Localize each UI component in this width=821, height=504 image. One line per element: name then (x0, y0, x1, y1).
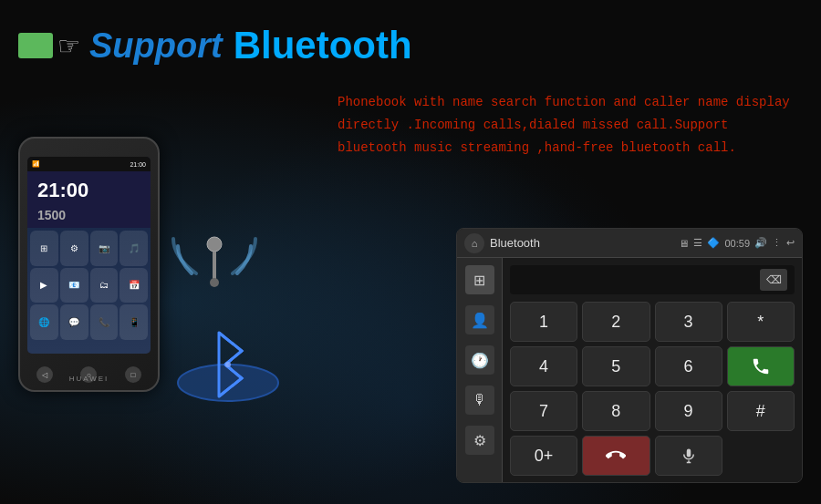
monitor-icon: 🖥 (679, 238, 689, 249)
bluetooth-signal-icon (169, 228, 260, 319)
sidebar-contacts-icon[interactable]: 👤 (465, 305, 494, 334)
phone-status-bar: 📶 21:00 (27, 157, 151, 171)
call-button[interactable] (727, 346, 795, 386)
sidebar-mic-icon[interactable]: 🎙 (465, 386, 494, 415)
radio-main-area: ⌫ 1 2 3 * 4 5 6 7 8 9 # 0+ (503, 258, 802, 482)
app-icon-7: 🗂 (90, 268, 119, 303)
radio-home-button[interactable]: ⌂ (464, 233, 484, 253)
dial-btn-0-plus[interactable]: 0+ (510, 436, 577, 476)
app-icon-12: 📱 (120, 304, 148, 340)
green-card-icon (18, 33, 53, 58)
svg-point-2 (210, 278, 219, 287)
dial-pad: 1 2 3 * 4 5 6 7 8 9 # 0+ (510, 302, 795, 476)
car-radio-panel: ⌂ Bluetooth 🖥 ☰ 🔷 00:59 🔊 ⋮ ↩ ⊞ 👤 🕐 🎙 ⚙ … (456, 228, 803, 483)
support-icon-group: ☞ (18, 31, 80, 61)
dial-btn-5[interactable]: 5 (582, 346, 650, 386)
phone-screen: 📶 21:00 21:00 1500 ⊞ ⚙ 📷 🎵 ▶ 📧 🗂 📅 🌐 💬 📞… (27, 157, 151, 354)
dial-btn-3[interactable]: 3 (655, 302, 722, 342)
app-icon-5: ▶ (30, 268, 58, 303)
app-icon-8: 📅 (120, 268, 148, 303)
dial-btn-star[interactable]: * (727, 302, 795, 342)
radio-sidebar: ⊞ 👤 🕐 🎙 ⚙ (457, 258, 503, 482)
menu-icon: ☰ (693, 237, 702, 249)
radio-header: ⌂ Bluetooth 🖥 ☰ 🔷 00:59 🔊 ⋮ ↩ (457, 229, 802, 258)
time-display: 00:59 (724, 238, 750, 249)
app-icon-9: 🌐 (30, 304, 58, 340)
svg-point-0 (207, 237, 222, 252)
app-icon-4: 🎵 (120, 231, 148, 266)
bt-icon: 🔷 (707, 237, 720, 249)
dial-btn-9[interactable]: 9 (655, 391, 722, 431)
sidebar-dialpad-icon[interactable]: ⊞ (465, 265, 494, 294)
app-icon-3: 📷 (90, 231, 119, 266)
settings-icon: ⋮ (772, 237, 782, 249)
dial-btn-8[interactable]: 8 (582, 391, 650, 431)
app-icon-1: ⊞ (30, 231, 58, 266)
backspace-button[interactable]: ⌫ (760, 269, 787, 291)
bluetooth-logo-icon (169, 319, 287, 410)
app-icon-11: 📞 (90, 304, 119, 340)
svg-rect-1 (213, 252, 216, 279)
phone-brand-label: HUAWEI (20, 375, 158, 383)
dial-btn-hash[interactable]: # (727, 391, 795, 431)
svg-rect-5 (686, 449, 691, 458)
phone-time-display: 21:00 1500 (27, 171, 151, 228)
radio-title: Bluetooth (490, 236, 679, 250)
finger-icon: ☞ (57, 31, 80, 61)
app-icon-6: 📧 (60, 268, 88, 303)
end-call-button[interactable] (582, 436, 650, 476)
description-text: Phonebook with name search function and … (338, 91, 803, 160)
header: ☞ Support Bluetooth (18, 14, 803, 77)
radio-header-icons: 🖥 ☰ 🔷 00:59 🔊 ⋮ ↩ (679, 237, 795, 249)
dial-btn-7[interactable]: 7 (510, 391, 577, 431)
dial-btn-6[interactable]: 6 (655, 346, 722, 386)
phone-app-grid: ⊞ ⚙ 📷 🎵 ▶ 📧 🗂 📅 🌐 💬 📞 📱 (27, 228, 151, 354)
dial-display: ⌫ (510, 265, 795, 294)
dial-btn-4[interactable]: 4 (510, 346, 577, 386)
app-icon-2: ⚙ (60, 231, 88, 266)
radio-body: ⊞ 👤 🕐 🎙 ⚙ ⌫ 1 2 3 * 4 5 6 (457, 258, 802, 482)
sidebar-recents-icon[interactable]: 🕐 (465, 345, 494, 375)
sidebar-settings-icon[interactable]: ⚙ (465, 426, 494, 455)
phone-device: 📶 21:00 21:00 1500 ⊞ ⚙ 📷 🎵 ▶ 📧 🗂 📅 🌐 💬 📞… (18, 137, 160, 392)
mic-button[interactable] (655, 436, 722, 476)
dial-btn-2[interactable]: 2 (582, 302, 650, 342)
svg-point-3 (178, 365, 278, 401)
volume-icon: 🔊 (754, 237, 767, 249)
back-icon: ↩ (786, 237, 795, 249)
dial-btn-1[interactable]: 1 (510, 302, 577, 342)
app-icon-10: 💬 (60, 304, 88, 340)
support-label: Support (89, 26, 223, 66)
bluetooth-label: Bluetooth (234, 24, 412, 67)
svg-point-4 (225, 362, 231, 367)
